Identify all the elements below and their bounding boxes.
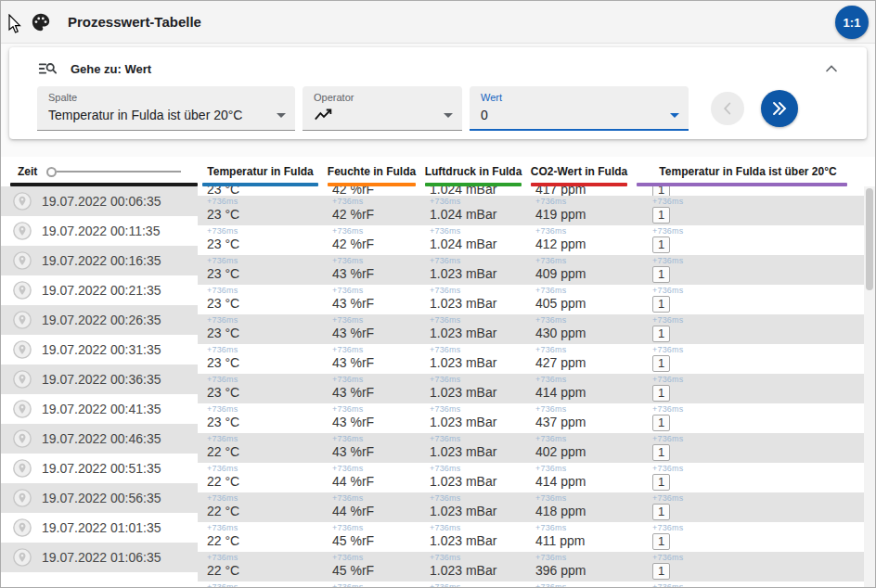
- measurement-value: 412 ppm: [535, 236, 632, 252]
- ms-offset-label: +736ms: [332, 403, 420, 414]
- zoom-ratio-badge[interactable]: 1:1: [835, 6, 869, 39]
- table-row-time[interactable]: 19.07.2022 01:01:35: [1, 513, 198, 543]
- column-header-2[interactable]: Feuchte in Fulda: [323, 157, 420, 186]
- table-row-values[interactable]: +736ms23 °C+736ms43 %rF+736ms1.023 mBar+…: [198, 285, 864, 314]
- mouse-cursor: [8, 14, 23, 36]
- dropdown-arrow-icon: [670, 113, 679, 118]
- table-row-values[interactable]: +736ms22 °C+736ms45 %rF+736ms1.023 mBar+…: [198, 552, 864, 582]
- time-column: 19.07.2022 00:06:3519.07.2022 00:11:3519…: [1, 186, 198, 572]
- ms-offset-label: +736ms: [332, 285, 420, 295]
- previous-button[interactable]: [711, 92, 744, 125]
- table-row-values[interactable]: +736ms22 °C+736ms44 %rF+736ms1.023 mBar+…: [198, 463, 864, 492]
- scrollbar-thumb[interactable]: [866, 188, 873, 290]
- bool-value-box: 1: [652, 385, 670, 402]
- value-cell: +736ms43 %rF: [323, 403, 420, 433]
- measurement-value: 42 %rF: [332, 236, 420, 252]
- ms-offset-label: +736ms: [652, 374, 864, 384]
- measurement-value: 1.023 mBar: [430, 443, 526, 460]
- column-header-4[interactable]: CO2-Wert in Fulda: [526, 157, 632, 186]
- table-row-values[interactable]: +736ms22 °C+736ms45 %rF+736ms1.023 mBar+…: [198, 522, 864, 552]
- table-row-time[interactable]: 19.07.2022 00:46:35: [1, 424, 198, 454]
- table-row-time[interactable]: 19.07.2022 00:06:35: [1, 186, 198, 216]
- table-row-time[interactable]: 19.07.2022 00:26:35: [1, 305, 198, 335]
- measurement-value: 430 ppm: [535, 325, 632, 341]
- value-cell: +736ms42 %rF: [323, 225, 420, 255]
- bool-value-box: 1: [652, 186, 670, 196]
- table-row-values[interactable]: +736ms22 °C+736ms43 %rF+736ms1.023 mBar+…: [198, 433, 864, 463]
- table-row-values[interactable]: +736ms23 °C+736ms42 %rF+736ms1.024 mBar+…: [198, 186, 864, 196]
- ms-offset-label: +736ms: [332, 344, 420, 354]
- ms-offset-label: +736ms: [332, 433, 420, 443]
- next-button[interactable]: [761, 90, 798, 127]
- measurement-value: 1.023 mBar: [430, 265, 526, 282]
- table-row-time[interactable]: 19.07.2022 00:31:35: [1, 335, 198, 364]
- slider-knob[interactable]: [46, 167, 57, 177]
- table-row-values[interactable]: +736ms23 °C+736ms43 %rF+736ms1.023 mBar+…: [198, 374, 864, 403]
- table-row-time[interactable]: 19.07.2022 00:21:35: [1, 275, 198, 305]
- ms-offset-label: +736ms: [652, 492, 864, 503]
- table-row-time[interactable]: 19.07.2022 00:51:35: [1, 454, 198, 483]
- bool-value-box: 1: [652, 504, 670, 520]
- value-cell: +736ms1: [632, 374, 864, 403]
- chevron-up-icon[interactable]: [822, 59, 841, 78]
- bool-value-box: 1: [652, 207, 670, 224]
- location-pin-icon: [12, 518, 32, 538]
- dropdown-arrow-icon: [277, 113, 286, 118]
- table-row-values[interactable]: +736ms23 °C+736ms43 %rF+736ms1.023 mBar+…: [198, 344, 864, 374]
- column-header-zeit[interactable]: Zeit: [1, 157, 198, 186]
- measurement-value: 42 %rF: [332, 186, 420, 196]
- value-cell: +736ms396 ppm: [526, 552, 632, 582]
- table-row-time[interactable]: 19.07.2022 00:36:35: [1, 364, 198, 394]
- trending-line-icon: [314, 108, 334, 122]
- operator-select[interactable]: Operator: [303, 86, 462, 131]
- measurement-value: 43 %rF: [332, 295, 420, 312]
- table-row-values[interactable]: +736ms23 °C+736ms43 %rF+736ms1.023 mBar+…: [198, 314, 864, 344]
- time-range-slider[interactable]: [46, 167, 181, 177]
- table-row-time[interactable]: 19.07.2022 00:56:35: [1, 483, 198, 513]
- table-row-values[interactable]: +736ms23 °C+736ms43 %rF+736ms1.023 mBar+…: [198, 403, 864, 433]
- vertical-scrollbar[interactable]: [864, 186, 875, 587]
- table-row-time[interactable]: 19.07.2022 00:41:35: [1, 394, 198, 424]
- measurement-value: 437 ppm: [535, 414, 632, 430]
- ms-offset-label: +736ms: [332, 522, 420, 532]
- table-row-time[interactable]: 19.07.2022 00:16:35: [1, 246, 198, 275]
- timestamp: 19.07.2022 00:11:35: [42, 224, 160, 238]
- measurement-value: 1.023 mBar: [430, 473, 526, 490]
- measurement-value: 43 %rF: [332, 414, 420, 430]
- value-cell: +736ms1.024 mBar: [420, 196, 526, 225]
- value-cell: +736ms427 ppm: [526, 344, 632, 374]
- spalte-label: Spalte: [48, 92, 286, 103]
- column-header-5[interactable]: Temperatur in Fulda ist über 20°C: [632, 157, 864, 186]
- table-row-values[interactable]: +736ms23 °C+736ms42 %rF+736ms1.024 mBar+…: [198, 225, 864, 255]
- measurement-value: 23 °C: [207, 414, 323, 430]
- value-cell: +736ms23 °C: [198, 196, 323, 225]
- wert-input[interactable]: Wert 0: [470, 86, 689, 131]
- column-color-bar: [10, 183, 198, 186]
- table-row-values[interactable]: +736ms22 °C+736ms44 %rF+736ms1.023 mBar+…: [198, 492, 864, 522]
- manage-search-icon: [37, 58, 58, 79]
- column-header-1[interactable]: Temperatur in Fulda: [198, 157, 323, 186]
- location-pin-icon: [12, 428, 32, 449]
- ms-offset-label: +736ms: [207, 285, 323, 295]
- measurement-value: 1.024 mBar: [430, 186, 526, 196]
- ms-offset-label: +736ms: [430, 255, 526, 265]
- value-cell: +736ms43 %rF: [323, 374, 420, 403]
- ms-offset-label: +736ms: [652, 225, 864, 236]
- ms-offset-label: +736ms: [535, 582, 632, 587]
- column-header-label: CO2-Wert in Fulda: [531, 165, 627, 178]
- table-row-values[interactable]: +736ms23 °C+736ms43 %rF+736ms1.023 mBar+…: [198, 255, 864, 285]
- ms-offset-label: +736ms: [207, 522, 323, 532]
- table-row-values[interactable]: +736ms+736ms+736ms+736ms+736ms: [198, 582, 864, 587]
- value-cell: +736ms1: [632, 492, 864, 522]
- ms-offset-label: +736ms: [430, 463, 526, 473]
- ms-offset-label: +736ms: [430, 196, 526, 206]
- table-row-time[interactable]: 19.07.2022 01:06:35: [1, 543, 198, 572]
- column-color-bar: [328, 183, 416, 186]
- table-row-values[interactable]: +736ms23 °C+736ms42 %rF+736ms1.024 mBar+…: [198, 196, 864, 225]
- table-row-time[interactable]: 19.07.2022 00:11:35: [1, 216, 198, 246]
- column-header-3[interactable]: Luftdruck in Fulda: [420, 157, 526, 186]
- ms-offset-label: +736ms: [207, 552, 323, 562]
- palette-icon[interactable]: [31, 12, 51, 32]
- spalte-select[interactable]: Spalte Temperatur in Fulda ist über 20°C: [37, 86, 295, 131]
- measurement-value: 22 °C: [207, 532, 323, 549]
